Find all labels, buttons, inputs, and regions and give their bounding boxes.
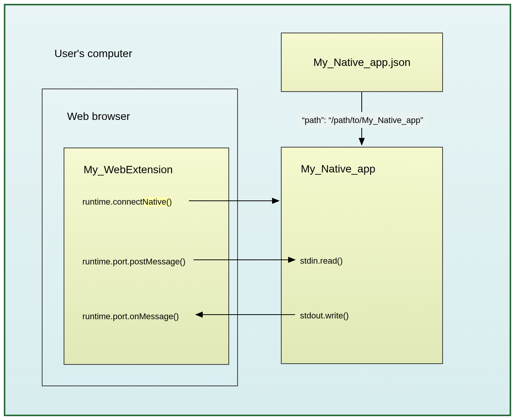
webextension-title: My_WebExtension bbox=[84, 164, 173, 176]
native-app-box: My_Native_app stdin.read() stdout.write(… bbox=[281, 147, 443, 364]
connectnative-highlight: Native() bbox=[143, 197, 172, 207]
path-label-box: “path”: “/path/to/My_Native_app” bbox=[298, 113, 427, 128]
connectnative-prefix: runtime.connect bbox=[82, 197, 143, 207]
users-computer-label: User's computer bbox=[54, 48, 132, 60]
stdout-write-label: stdout.write() bbox=[300, 311, 349, 321]
web-browser-box: Web browser My_WebExtension runtime.conn… bbox=[42, 89, 238, 386]
path-label-text: “path”: “/path/to/My_Native_app” bbox=[302, 115, 423, 125]
runtime-postmessage-label: runtime.port.postMessage() bbox=[82, 257, 185, 267]
stdin-read-label: stdin.read() bbox=[300, 256, 343, 266]
web-browser-label: Web browser bbox=[67, 110, 130, 123]
webextension-box: My_WebExtension runtime.connectNative() … bbox=[64, 148, 229, 365]
runtime-connectnative-label: runtime.connectNative() bbox=[82, 197, 172, 207]
native-app-json-title: My_Native_app.json bbox=[313, 56, 411, 69]
native-app-json-box: My_Native_app.json bbox=[281, 33, 443, 92]
runtime-onmessage-label: runtime.port.onMessage() bbox=[82, 312, 179, 322]
native-app-title: My_Native_app bbox=[301, 163, 376, 175]
users-computer-container: User's computer My_Native_app.json “path… bbox=[4, 4, 511, 416]
